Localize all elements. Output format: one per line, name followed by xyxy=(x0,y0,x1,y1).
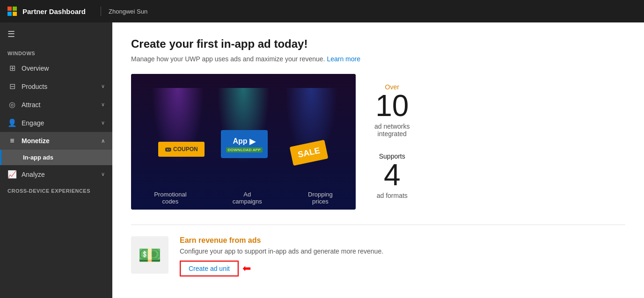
coupon-icon: 🎟 xyxy=(165,145,171,153)
learn-more-link[interactable]: Learn more xyxy=(327,55,360,63)
main-layout: ☰ WINDOWS ⊞ Overview ⊟ Products ∨ ◎ Attr… xyxy=(0,22,644,298)
earn-description: Configure your app to support in-app ads… xyxy=(180,247,383,255)
in-app-ads-label: In-app ads xyxy=(23,154,53,161)
analyze-icon: 📈 xyxy=(7,170,17,179)
app-title: Partner Dashboard xyxy=(22,7,86,15)
section-label-windows: WINDOWS xyxy=(0,46,112,59)
sidebar-item-label: Attract xyxy=(22,101,96,109)
create-ad-unit-button[interactable]: Create ad unit xyxy=(181,262,238,276)
app-card: App ▶ DOWNLOAD APP xyxy=(221,130,268,158)
chevron-down-icon: ∨ xyxy=(101,102,105,108)
coupon-text: COUPON xyxy=(173,146,198,153)
chevron-down-icon: ∨ xyxy=(101,120,105,126)
page-title: Create your first in-app ad today! xyxy=(131,37,625,51)
section-label-cross-device: CROSS-DEVICE EXPERIENCES xyxy=(0,183,112,196)
topbar-divider xyxy=(101,7,101,16)
money-icon-box: 💵 xyxy=(131,236,168,274)
play-icon: ▶ xyxy=(249,136,256,146)
create-ad-red-box: Create ad unit xyxy=(180,261,239,276)
stat-formats-label: ad formats xyxy=(374,192,410,199)
sidebar-item-overview[interactable]: ⊞ Overview xyxy=(0,59,112,77)
engage-icon: 👤 xyxy=(7,118,17,127)
stat-number-10: 10 xyxy=(374,91,410,121)
stats-panel: Over 10 ad networks integrated Supports … xyxy=(374,74,410,199)
monetize-icon: ≡ xyxy=(7,137,17,145)
chevron-down-icon: ∨ xyxy=(101,83,105,89)
user-name: Zhongwei Sun xyxy=(109,8,147,15)
products-icon: ⊟ xyxy=(7,82,17,91)
money-icon: 💵 xyxy=(138,244,161,266)
create-ad-container: Create ad unit ⬅ xyxy=(180,261,239,276)
chevron-up-icon: ∧ xyxy=(101,138,105,144)
logo-green xyxy=(13,7,17,11)
sidebar-item-analyze[interactable]: 📈 Analyze ∨ xyxy=(0,165,112,183)
attract-icon: ◎ xyxy=(7,100,17,109)
sidebar-item-engage[interactable]: 👤 Engage ∨ xyxy=(0,114,112,132)
banner-labels: Promotional codes Ad campaigns Dropping … xyxy=(131,191,356,205)
logo-red xyxy=(7,7,12,11)
stat-networks: Over 10 ad networks integrated xyxy=(374,83,410,138)
stat-networks-label: ad networks integrated xyxy=(374,123,410,138)
sidebar-item-attract[interactable]: ◎ Attract ∨ xyxy=(0,95,112,114)
banner-label-ad: Ad campaigns xyxy=(233,191,262,205)
logo-blue xyxy=(7,12,12,16)
ms-logo-container: Partner Dashboard xyxy=(7,7,86,16)
app-card-inner: App ▶ xyxy=(233,136,256,146)
main-content: Create your first in-app ad today! Manag… xyxy=(112,22,644,298)
sidebar-item-label: Products xyxy=(22,83,96,90)
in-app-ads-container: In-app ads ➤ xyxy=(0,150,112,165)
logo-yellow xyxy=(13,12,17,16)
stat-number-4: 4 xyxy=(374,160,410,190)
app-label: App xyxy=(233,137,247,145)
chevron-down-icon: ∨ xyxy=(101,171,105,177)
cta-arrow-annotation: ⬅ xyxy=(242,262,251,275)
sidebar-item-label: Monetize xyxy=(22,137,96,145)
sidebar-item-products[interactable]: ⊟ Products ∨ xyxy=(0,77,112,95)
overview-icon: ⊞ xyxy=(7,64,17,73)
hamburger-button[interactable]: ☰ xyxy=(0,22,112,46)
download-strip: DOWNLOAD APP xyxy=(226,147,263,153)
subtitle-text: Manage how your UWP app uses ads and max… xyxy=(131,55,325,63)
microsoft-logo xyxy=(7,7,17,16)
earn-text: Earn revenue from ads Configure your app… xyxy=(180,236,383,276)
banner-image: 🎟 COUPON App ▶ DOWNLOAD APP SALE xyxy=(131,74,356,210)
coupon-card: 🎟 COUPON xyxy=(158,142,205,157)
sidebar-item-label: Engage xyxy=(22,119,96,127)
content-row: 🎟 COUPON App ▶ DOWNLOAD APP SALE xyxy=(131,74,625,210)
sidebar: ☰ WINDOWS ⊞ Overview ⊟ Products ∨ ◎ Attr… xyxy=(0,22,112,298)
sidebar-item-label: Analyze xyxy=(22,171,96,178)
topbar: Partner Dashboard Zhongwei Sun xyxy=(0,0,644,22)
page-subtitle: Manage how your UWP app uses ads and max… xyxy=(131,55,625,63)
sidebar-item-label: Overview xyxy=(22,65,105,72)
earn-title: Earn revenue from ads xyxy=(180,236,383,245)
banner-label-promo: Promotional codes xyxy=(154,191,186,205)
sale-text: SALE xyxy=(297,145,321,160)
sidebar-item-in-app-ads[interactable]: In-app ads xyxy=(0,150,112,165)
stat-formats: Supports 4 ad formats xyxy=(374,153,410,199)
banner-label-dropping: Dropping prices xyxy=(308,191,333,205)
sidebar-item-monetize[interactable]: ≡ Monetize ∧ xyxy=(0,132,112,150)
earn-section: 💵 Earn revenue from ads Configure your a… xyxy=(131,225,625,276)
